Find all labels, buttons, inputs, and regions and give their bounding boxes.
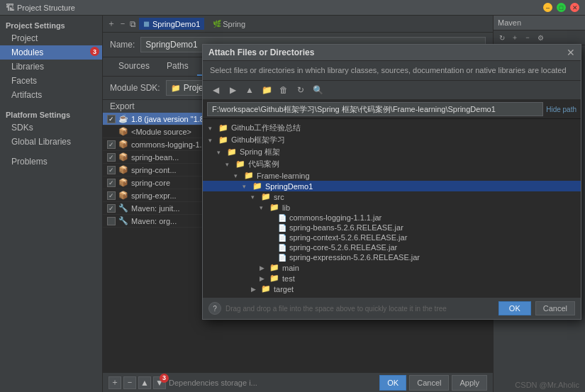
folder-icon: 📁 bbox=[261, 192, 271, 201]
tree-item-target[interactable]: ▶ 📁 target bbox=[203, 284, 581, 294]
project-settings-section: Project Settings bbox=[0, 18, 102, 31]
expand-arrow: ▶ bbox=[260, 275, 267, 282]
dialog-description: Select files or directories in which lib… bbox=[203, 61, 581, 81]
dep-icon-spring-expr: 📦 bbox=[118, 191, 128, 200]
folder-icon: 📁 bbox=[269, 263, 279, 272]
tree-item-src[interactable]: ▾ 📁 src bbox=[203, 191, 581, 202]
dialog-forward-btn[interactable]: ▶ bbox=[225, 83, 240, 97]
maven-settings-btn[interactable]: ⚙ bbox=[535, 32, 546, 43]
dialog-path-input[interactable] bbox=[207, 102, 543, 116]
folder-icon: 📁 bbox=[269, 203, 279, 212]
expand-arrow: ▶ bbox=[260, 264, 267, 271]
tree-item-test[interactable]: ▶ 📁 test bbox=[203, 273, 581, 284]
expand-arrow: ▾ bbox=[243, 183, 250, 190]
sidebar-item-artifacts[interactable]: Artifacts bbox=[0, 88, 102, 102]
tree-item-spring-core-jar[interactable]: ▶ 📄 spring-core-5.2.6.RELEASE.jar bbox=[203, 242, 581, 252]
dep-icon-module: 📦 bbox=[118, 127, 128, 136]
add-dependency-button[interactable]: ＋ bbox=[108, 376, 121, 389]
dialog-title: Attach Files or Directories bbox=[208, 47, 314, 57]
apply-button[interactable]: Apply bbox=[452, 375, 487, 391]
remove-dependency-button[interactable]: － bbox=[123, 376, 136, 389]
dialog-ok-button[interactable]: OK bbox=[498, 301, 531, 315]
dep-checkbox-maven-junit[interactable]: ✓ bbox=[107, 204, 116, 213]
dialog-delete-btn[interactable]: 🗑 bbox=[277, 83, 291, 97]
dialog-cancel-button[interactable]: Cancel bbox=[535, 301, 575, 315]
sidebar-item-project[interactable]: Project bbox=[0, 31, 102, 45]
dep-icon-commons: 📦 bbox=[118, 140, 128, 149]
folder-icon: 📁 bbox=[227, 147, 237, 157]
expand-arrow: ▾ bbox=[251, 194, 258, 201]
dialog-help-button[interactable]: ? bbox=[208, 302, 221, 315]
tree-item-code-examples[interactable]: ▾ 📁 代码案例 bbox=[203, 158, 581, 170]
spring-source[interactable]: 🌿 Spring bbox=[210, 18, 248, 30]
dialog-new-folder-btn[interactable]: 📁 bbox=[260, 83, 274, 97]
ok-button[interactable]: OK bbox=[379, 375, 406, 391]
sidebar-item-problems[interactable]: Problems bbox=[0, 155, 102, 169]
expand-arrow: ▾ bbox=[208, 125, 216, 132]
maven-refresh-btn[interactable]: ↻ bbox=[496, 32, 508, 43]
tree-item-spring-framework[interactable]: ▾ 📁 Spring 框架 bbox=[203, 146, 581, 158]
dialog-close-button[interactable]: ✕ bbox=[567, 47, 575, 57]
tree-item-spring-context-jar[interactable]: ▶ 📄 spring-context-5.2.6.RELEASE.jar bbox=[203, 233, 581, 242]
file-icon: 📄 bbox=[278, 244, 286, 252]
copy-module-btn[interactable]: ⧉ bbox=[130, 19, 136, 29]
expand-arrow: ▾ bbox=[217, 149, 224, 156]
sidebar-item-libraries[interactable]: Libraries bbox=[0, 60, 102, 74]
dep-checkbox-java[interactable]: ✓ bbox=[107, 115, 116, 123]
dep-checkbox-spring-expr[interactable]: ✓ bbox=[107, 191, 116, 200]
folder-icon: 📁 bbox=[269, 274, 279, 283]
tab-paths[interactable]: Paths bbox=[158, 57, 197, 76]
folder-icon: 📁 bbox=[244, 171, 254, 180]
hide-path-button[interactable]: Hide path bbox=[546, 106, 576, 113]
expand-arrow: ▾ bbox=[234, 172, 241, 179]
maven-add-btn[interactable]: ＋ bbox=[509, 32, 520, 43]
tree-item-github-work[interactable]: ▾ 📁 Github工作经验总结 bbox=[203, 122, 581, 134]
maven-toolbar: ↻ ＋ － ⚙ bbox=[494, 30, 585, 45]
expand-arrow: ▾ bbox=[208, 137, 216, 144]
dep-checkbox-spring-core[interactable]: ✓ bbox=[107, 179, 116, 187]
dep-checkbox-spring-context[interactable]: ✓ bbox=[107, 166, 116, 174]
window-title: Project Structure bbox=[17, 4, 543, 12]
watermark: CSDN @Mr.Aholic bbox=[515, 381, 579, 389]
expand-arrow: ▶ bbox=[251, 286, 258, 293]
tree-item-springdemo1[interactable]: ▾ 📁 SpringDemo1 bbox=[203, 181, 581, 191]
dialog-refresh-btn[interactable]: ↻ bbox=[294, 83, 308, 97]
minimize-button[interactable]: – bbox=[543, 3, 552, 12]
dep-checkbox-maven-org[interactable] bbox=[107, 217, 116, 225]
dialog-bottom: ? Drag and drop a file into the space ab… bbox=[203, 297, 581, 319]
move-up-button[interactable]: ▲ bbox=[138, 376, 151, 389]
dep-checkbox-commons[interactable]: ✓ bbox=[107, 140, 116, 149]
maven-header: Maven bbox=[494, 16, 585, 30]
cancel-button[interactable]: Cancel bbox=[409, 375, 449, 391]
expand-arrow: ▾ bbox=[260, 204, 267, 211]
tree-item-lib[interactable]: ▾ 📁 lib bbox=[203, 202, 581, 213]
dialog-back-btn[interactable]: ◀ bbox=[208, 83, 223, 97]
remove-module-btn[interactable]: － bbox=[118, 18, 127, 30]
sidebar-item-modules[interactable]: Modules 3 bbox=[0, 45, 102, 60]
dialog-up-btn[interactable]: ▲ bbox=[243, 83, 257, 97]
sidebar-item-sdks[interactable]: SDKs bbox=[0, 121, 102, 135]
dep-icon-spring-context: 📦 bbox=[118, 165, 128, 174]
tree-item-github-framework[interactable]: ▾ 📁 Github框架学习 bbox=[203, 134, 581, 146]
tree-item-spring-expression-jar[interactable]: ▶ 📄 spring-expression-5.2.6.RELEASE.jar bbox=[203, 252, 581, 262]
dep-checkbox-module-source[interactable] bbox=[107, 128, 116, 136]
dep-icon-spring-core: 📦 bbox=[118, 178, 128, 187]
tree-item-commons-logging[interactable]: ▶ 📄 commons-logging-1.1.1.jar bbox=[203, 213, 581, 223]
sidebar-item-global-libraries[interactable]: Global Libraries bbox=[0, 135, 102, 149]
springdemo1-module[interactable]: ◼ SpringDemo1 bbox=[139, 18, 204, 30]
maximize-button[interactable]: □ bbox=[557, 3, 566, 12]
dialog-find-btn[interactable]: 🔍 bbox=[311, 83, 325, 97]
platform-settings-section: Platform Settings bbox=[0, 108, 102, 121]
dep-checkbox-spring-bean[interactable]: ✓ bbox=[107, 153, 116, 162]
sidebar-item-facets[interactable]: Facets bbox=[0, 74, 102, 88]
tab-sources[interactable]: Sources bbox=[110, 57, 158, 76]
title-bar: 🏗 Project Structure – □ ✕ bbox=[0, 0, 585, 16]
close-button[interactable]: ✕ bbox=[570, 3, 579, 12]
add-module-btn[interactable]: ＋ bbox=[107, 18, 116, 30]
maven-remove-btn[interactable]: － bbox=[522, 32, 533, 43]
dialog-tree: ▾ 📁 Github工作经验总结 ▾ 📁 Github框架学习 ▾ 📁 Spri… bbox=[203, 119, 581, 297]
tree-item-frame-learning[interactable]: ▾ 📁 Frame-learning bbox=[203, 170, 581, 181]
tree-item-spring-beans[interactable]: ▶ 📄 spring-beans-5.2.6.RELEASE.jar bbox=[203, 223, 581, 233]
tree-item-main[interactable]: ▶ 📁 main bbox=[203, 262, 581, 273]
attach-files-dialog: Attach Files or Directories ✕ Select fil… bbox=[202, 44, 581, 320]
